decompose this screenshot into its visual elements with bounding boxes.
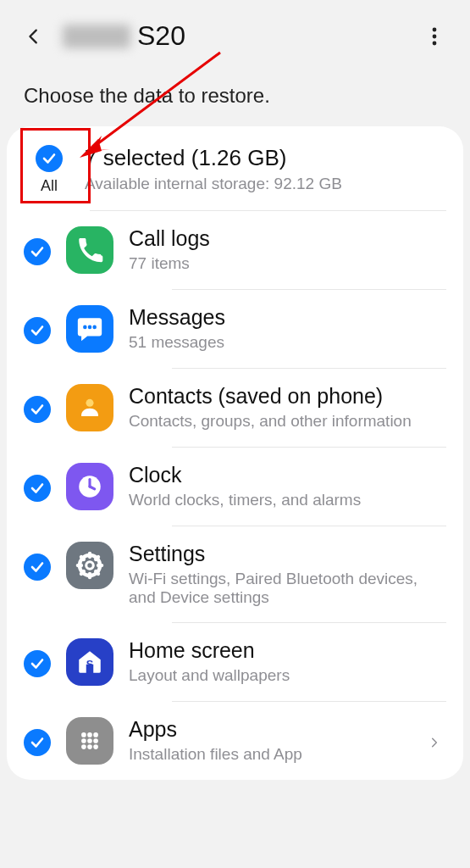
- storage-available: Available internal storage: 92.12 GB: [85, 175, 446, 193]
- item-checkbox[interactable]: [24, 317, 51, 344]
- item-subtitle: Layout and wallpapers: [129, 666, 446, 685]
- item-text: Call logs77 items: [129, 226, 446, 273]
- apps-icon-svg: [75, 726, 104, 755]
- clock-icon: [66, 463, 113, 510]
- item-text: SettingsWi-Fi settings, Paired Bluetooth…: [129, 542, 446, 607]
- item-text: Contacts (saved on phone)Contacts, group…: [129, 384, 446, 431]
- item-title: Contacts (saved on phone): [129, 384, 446, 409]
- item-title: Settings: [129, 542, 446, 566]
- check-icon: [30, 402, 45, 417]
- phone-icon-svg: [75, 236, 104, 264]
- item-title: Messages: [129, 305, 446, 330]
- device-name-redacted: [63, 25, 130, 48]
- item-text: Home screenLayout and wallpapers: [129, 638, 446, 685]
- item-checkbox[interactable]: [24, 729, 51, 756]
- check-icon: [30, 559, 45, 575]
- check-icon: [30, 244, 45, 259]
- item-checkbox[interactable]: [24, 475, 51, 502]
- item-text: Messages51 messages: [129, 305, 446, 352]
- chevron-left-icon: [25, 27, 43, 46]
- back-button[interactable]: [20, 23, 47, 50]
- item-title: Home screen: [129, 638, 446, 663]
- device-title: S20: [63, 20, 185, 52]
- messages-icon-svg: [75, 314, 104, 343]
- item-title: Clock: [129, 463, 446, 487]
- contacts-icon-svg: [75, 393, 104, 422]
- summary-column: 7 selected (1.26 GB) Available internal …: [75, 145, 446, 193]
- item-subtitle: 77 items: [129, 254, 446, 273]
- restore-card: All 7 selected (1.26 GB) Available inter…: [7, 126, 463, 780]
- messages-icon: [66, 305, 113, 353]
- item-subtitle: Wi-Fi settings, Paired Bluetooth devices…: [129, 570, 446, 607]
- home-icon-svg: [75, 648, 104, 676]
- item-checkbox[interactable]: [24, 650, 51, 677]
- restore-item-apps[interactable]: AppsInstallation files and App: [7, 702, 463, 780]
- item-subtitle: Installation files and App: [129, 745, 407, 764]
- contacts-icon: [66, 384, 113, 431]
- home-icon: [66, 638, 113, 686]
- header-bar: S20: [0, 0, 470, 60]
- svg-point-0: [433, 27, 437, 31]
- item-checkbox[interactable]: [24, 238, 51, 265]
- item-subtitle: 51 messages: [129, 333, 446, 352]
- item-text: ClockWorld clocks, timers, and alarms: [129, 463, 446, 509]
- item-text: AppsInstallation files and App: [129, 717, 407, 764]
- more-options-button[interactable]: [419, 21, 450, 52]
- more-vertical-icon: [432, 27, 437, 46]
- check-icon: [30, 481, 45, 496]
- restore-item-settings[interactable]: SettingsWi-Fi settings, Paired Bluetooth…: [7, 526, 463, 622]
- selection-summary: 7 selected (1.26 GB): [85, 145, 446, 171]
- svg-point-2: [433, 41, 437, 45]
- item-subtitle: Contacts, groups, and other information: [129, 412, 446, 431]
- restore-item-clock[interactable]: ClockWorld clocks, timers, and alarms: [7, 448, 463, 526]
- instruction-text: Choose the data to restore.: [0, 60, 470, 126]
- restore-item-contacts[interactable]: Contacts (saved on phone)Contacts, group…: [7, 369, 463, 447]
- select-all-checkbox[interactable]: [36, 145, 63, 172]
- check-icon: [41, 151, 57, 166]
- device-name-suffix: S20: [137, 20, 185, 52]
- clock-icon-svg: [75, 472, 104, 501]
- bottom-fade: [0, 817, 470, 868]
- check-icon: [30, 735, 45, 750]
- restore-item-messages[interactable]: Messages51 messages: [7, 290, 463, 368]
- select-all-label: All: [41, 177, 58, 195]
- check-icon: [30, 323, 45, 338]
- item-checkbox[interactable]: [24, 554, 51, 581]
- item-subtitle: World clocks, timers, and alarms: [129, 491, 446, 509]
- apps-icon: [66, 717, 113, 765]
- select-all-row[interactable]: All 7 selected (1.26 GB) Available inter…: [7, 142, 463, 210]
- phone-icon: [66, 226, 113, 274]
- check-icon: [30, 656, 45, 671]
- restore-item-home[interactable]: Home screenLayout and wallpapers: [7, 623, 463, 701]
- settings-icon-svg: [75, 551, 104, 580]
- item-title: Apps: [129, 717, 407, 742]
- settings-icon: [66, 542, 113, 589]
- svg-point-1: [433, 34, 437, 38]
- chevron-right-icon[interactable]: [423, 731, 446, 754]
- restore-item-call[interactable]: Call logs77 items: [7, 211, 463, 289]
- item-checkbox[interactable]: [24, 396, 51, 423]
- item-title: Call logs: [129, 226, 446, 251]
